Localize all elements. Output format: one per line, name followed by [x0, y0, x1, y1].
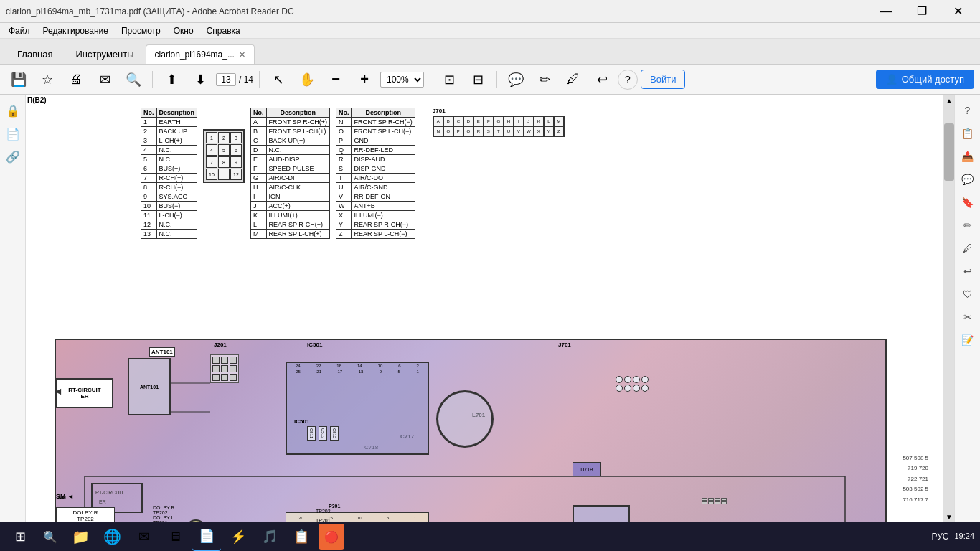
- rp-bookmark-button[interactable]: 🔖: [958, 192, 978, 212]
- taskbar-file-explorer[interactable]: 📁: [66, 522, 95, 551]
- taskbar-app4[interactable]: 🔴: [319, 524, 344, 550]
- share2-button[interactable]: ↩: [589, 67, 615, 93]
- rp-note-button[interactable]: 📝: [958, 330, 978, 350]
- tab-doc-label: clarion_pi1694ma_...: [155, 50, 235, 60]
- ic501-label: IC501: [307, 342, 322, 348]
- taskbar-monitor[interactable]: 🖥: [161, 522, 189, 551]
- menu-help[interactable]: Справка: [201, 24, 246, 37]
- start-button[interactable]: ⊞: [6, 522, 34, 551]
- taskbar-language: РУС: [931, 532, 948, 542]
- next-page-button[interactable]: ⬇: [187, 67, 213, 93]
- menu-edit[interactable]: Редактирование: [37, 24, 114, 37]
- pcb-board: ANT101 J201 IC501 J701 L701 C717 C718 AN…: [55, 339, 887, 522]
- taskbar: ⊞ 🔍 📁 🌐 ✉ 🖥 📄 ⚡ 🎵 📋 🔴 РУС 19:24: [0, 522, 980, 551]
- zoom-in-button[interactable]: +: [352, 67, 377, 93]
- lock-button[interactable]: 🔒: [3, 100, 23, 121]
- tab-tools[interactable]: Инструменты: [64, 44, 145, 64]
- page-indicator: / 14: [216, 73, 253, 86]
- rp-cut-button[interactable]: ✂: [958, 307, 978, 327]
- rp-highlight-button[interactable]: 🖊: [958, 238, 978, 258]
- email-button[interactable]: ✉: [92, 67, 118, 93]
- connector-table-1: No.Description 1EARTH 2BACK UP 3L-CH(+) …: [141, 108, 197, 239]
- pages-button[interactable]: 📄: [3, 123, 23, 143]
- j201-label: J201: [214, 342, 227, 348]
- taskbar-app1[interactable]: ⚡: [224, 522, 253, 551]
- rp-help-button[interactable]: ?: [958, 100, 978, 121]
- fit-page-button[interactable]: ⊡: [436, 67, 462, 93]
- connector-table-2: No.Description AFRONT SP R-CH(+) BFRONT …: [250, 108, 330, 239]
- fit-width-button[interactable]: ⊟: [465, 67, 491, 93]
- scroll-up-arrow[interactable]: ▲: [943, 95, 954, 106]
- separator-1: [152, 71, 153, 88]
- draw-button[interactable]: ✏: [532, 67, 557, 93]
- highlight-button[interactable]: 🖊: [560, 67, 586, 93]
- rp-clipboard-button[interactable]: 📋: [958, 123, 978, 143]
- print-button[interactable]: 🖨: [63, 67, 89, 93]
- search-button[interactable]: 🔍: [121, 67, 146, 93]
- corner-label: П(В2): [27, 96, 47, 104]
- taskbar-system-tray: РУС 19:24: [931, 531, 974, 542]
- rp-export-button[interactable]: 📤: [958, 146, 978, 166]
- ant101-component: ANT101: [128, 358, 171, 415]
- comment-button[interactable]: 💬: [503, 67, 529, 93]
- taskbar-app3[interactable]: 📋: [287, 522, 316, 551]
- rp-draw-button[interactable]: ✏: [958, 215, 978, 235]
- rp-undo-button[interactable]: ↩: [958, 261, 978, 281]
- pdf-canvas[interactable]: П(В2) No.Description 1EARTH 2BACK UP 3L-…: [26, 95, 954, 522]
- separator-4: [496, 71, 497, 88]
- svg-text:ER: ER: [99, 499, 106, 504]
- connector-diagram: 1 2 3 4 5 6 7 8 9 10 12: [203, 129, 245, 239]
- scroll-thumb[interactable]: [944, 123, 954, 181]
- share-label: Общий доступ: [902, 74, 964, 85]
- j201-component: [210, 354, 239, 383]
- j701-connector: J701 A B C D E F G H I J: [433, 108, 565, 239]
- title-bar: clarion_pi1694ma_mb_1731ma.pdf (ЗАЩИТА) …: [0, 0, 980, 23]
- rt-circuit-box: RT-CIRCUIT ER: [56, 378, 113, 408]
- taskbar-app2[interactable]: 🎵: [255, 522, 284, 551]
- menu-bar: Файл Редактирование Просмотр Окно Справк…: [0, 23, 980, 39]
- connector-table-3: No.Description NFRONT SP R-CH(−) OFRONT …: [336, 108, 415, 239]
- svg-text:RT-CIRCUIT: RT-CIRCUIT: [95, 490, 124, 495]
- help-button[interactable]: ?: [618, 70, 638, 90]
- share-icon: 👤: [886, 74, 897, 85]
- taskbar-acrobat[interactable]: 📄: [192, 522, 221, 551]
- prev-page-button[interactable]: ⬆: [159, 67, 184, 93]
- tab-home[interactable]: Главная: [6, 44, 64, 64]
- toolbar: 💾 ☆ 🖨 ✉ 🔍 ⬆ ⬇ / 14 ↖ ✋ − + 100% 75% 50% …: [0, 65, 980, 95]
- right-numbers: 507 508 5 719 720 722 721 503 502 5 716 …: [903, 453, 928, 505]
- hand-button[interactable]: ✋: [294, 67, 320, 93]
- taskbar-edge[interactable]: 🌐: [98, 522, 126, 551]
- sm-main-label: SM ◄: [56, 493, 74, 500]
- clock-time: 19:24: [954, 531, 974, 542]
- taskbar-search-button[interactable]: 🔍: [37, 524, 63, 550]
- bookmark-button[interactable]: ☆: [34, 67, 60, 93]
- menu-file[interactable]: Файл: [3, 24, 36, 37]
- maximize-button[interactable]: ❐: [905, 0, 938, 23]
- ic301-component: IC301: [573, 505, 630, 522]
- tp202-area: DOLBY R TP202 DOLBY L TP201: [153, 505, 175, 522]
- login-button[interactable]: Войти: [641, 70, 685, 89]
- tab-document[interactable]: clarion_pi1694ma_... ✕: [146, 44, 255, 64]
- vertical-scrollbar[interactable]: ▲ ▼: [943, 95, 954, 522]
- zoom-out-button[interactable]: −: [323, 67, 349, 93]
- dolby-box: DOLBY R TP202 DOLBY L TP201: [56, 507, 115, 522]
- close-button[interactable]: ✕: [941, 0, 974, 23]
- taskbar-mail[interactable]: ✉: [129, 522, 158, 551]
- scroll-down-arrow[interactable]: ▼: [943, 511, 954, 522]
- l701-component: [436, 390, 494, 448]
- share-button[interactable]: 👤 Общий доступ: [876, 70, 974, 89]
- minimize-button[interactable]: —: [870, 0, 903, 23]
- menu-window[interactable]: Окно: [168, 24, 199, 37]
- save-button[interactable]: 💾: [6, 67, 32, 93]
- p301-component: 20151051: [286, 512, 429, 522]
- tab-close-icon[interactable]: ✕: [239, 50, 245, 60]
- resistor-array: [702, 498, 727, 504]
- menu-view[interactable]: Просмотр: [116, 24, 166, 37]
- page-input[interactable]: [216, 73, 236, 86]
- zoom-select[interactable]: 100% 75% 50% 150%: [380, 72, 424, 88]
- cursor-button[interactable]: ↖: [265, 67, 291, 93]
- rp-shield-button[interactable]: 🛡: [958, 284, 978, 304]
- rp-comment-button[interactable]: 💬: [958, 169, 978, 189]
- links-button[interactable]: 🔗: [3, 146, 23, 166]
- app-title: clarion_pi1694ma_mb_1731ma.pdf (ЗАЩИТА) …: [6, 6, 294, 17]
